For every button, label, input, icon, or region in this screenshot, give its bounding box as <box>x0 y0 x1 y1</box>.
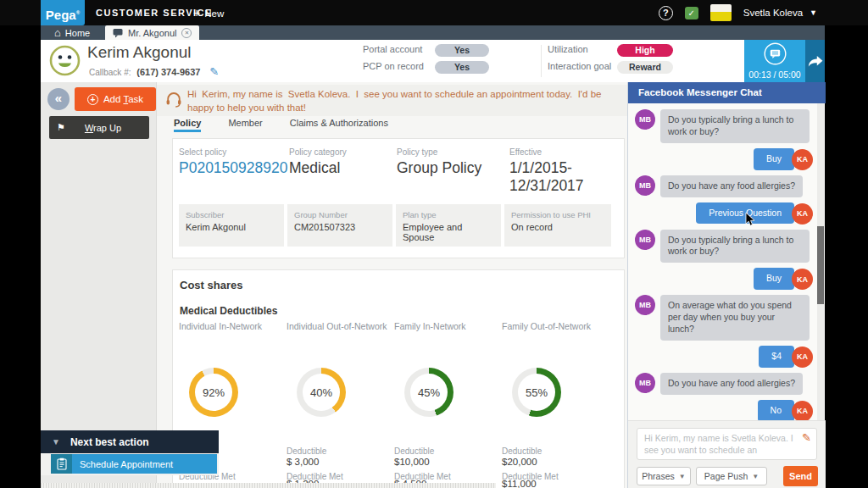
pcp-on-record-value: Yes <box>435 61 489 74</box>
chat-avatar-mb: MB <box>635 295 655 315</box>
next-best-action-header[interactable]: ▼ Next best action <box>41 430 219 453</box>
utilization-label: Utilization <box>548 44 588 54</box>
help-icon[interactable]: ? <box>659 6 673 20</box>
chat-message: MBDo you have any food allergies? <box>635 175 813 197</box>
deductible-value: $ 3,000 <box>287 457 319 467</box>
tab-policy[interactable]: Policy <box>174 118 201 132</box>
chat-message: BuyKA <box>635 148 813 170</box>
home-tab-label: Home <box>65 28 90 38</box>
portal-account-label: Portal account <box>363 44 422 54</box>
chat-bubble: Do you have any food allergies? <box>660 373 803 395</box>
collapse-rail-button[interactable]: « <box>47 88 70 110</box>
close-tab-icon[interactable]: ✕ <box>181 28 192 38</box>
add-task-plus-icon: + <box>87 94 98 105</box>
new-button[interactable]: +New <box>193 6 224 19</box>
chat-message: MBOn average what do you spend per day w… <box>635 295 813 341</box>
page-push-label: Page Push <box>704 471 748 481</box>
cost-share-column-label: Individual Out-of-Network <box>287 321 387 331</box>
chat-bubble: Do you typically bring a lunch to work o… <box>660 230 810 263</box>
select-policy-label: Select policy <box>179 147 287 157</box>
plus-icon: + <box>193 6 200 19</box>
deductible-percent: 45% <box>418 386 440 399</box>
chat-avatar-ka: KA <box>792 269 813 290</box>
tab-home[interactable]: ⌂ Home <box>47 25 97 40</box>
coaching-banner: Hi Kerim, my name is Svetla Koleva. I se… <box>157 85 627 116</box>
send-button[interactable]: Send <box>783 466 818 486</box>
policy-category-value: Medical <box>289 159 347 177</box>
group-number-label: Group Number <box>294 210 386 219</box>
tab-interaction[interactable]: Mr. Akgonul ✕ <box>105 25 199 40</box>
cost-shares-title: Cost shares <box>180 279 242 291</box>
chat-avatar-mb: MB <box>635 175 655 196</box>
schedule-appointment-button[interactable]: Schedule Appointment <box>51 454 217 474</box>
cost-share-columns: Individual In-Network92%Deductible MetIn… <box>179 321 609 488</box>
chat-avatar-ka: KA <box>792 401 813 420</box>
transfer-button[interactable] <box>805 40 825 82</box>
add-task-button[interactable]: + Add Task <box>75 87 156 111</box>
share-arrow-icon <box>808 55 823 68</box>
headset-icon <box>165 92 182 108</box>
add-task-label: Add Task <box>103 94 143 104</box>
group-number-value: CM201507323 <box>294 222 386 232</box>
deductible-donut-chart: 55% <box>512 368 561 417</box>
wrap-up-button[interactable]: ⚑ Wrap Up <box>49 116 149 139</box>
deductible-value: $20,000 <box>502 457 537 467</box>
horizontal-scrollbar[interactable] <box>41 483 496 488</box>
phi-permission-box: Permission to use PHI On record <box>504 204 611 247</box>
page-push-chevron-icon: ▼ <box>752 473 759 480</box>
chat-avatar-ka: KA <box>792 149 813 170</box>
interaction-timer[interactable]: 00:13 / 05:00 <box>744 40 805 82</box>
user-name[interactable]: Svetla Koleva <box>743 8 803 18</box>
chat-bubble[interactable]: Buy <box>754 268 794 290</box>
tab-member[interactable]: Member <box>228 118 262 132</box>
deductible-label: Deductible <box>287 446 326 456</box>
chat-status-icon[interactable]: ✓ <box>685 7 698 19</box>
chat-bubble: Do you have any food allergies? <box>660 175 803 197</box>
tab-claims-authorizations[interactable]: Claims & Authorizations <box>290 118 388 132</box>
chat-message: NoKA <box>635 400 813 420</box>
edit-message-icon[interactable]: ✎ <box>802 431 811 446</box>
avatar-bottom <box>710 12 732 21</box>
registered-mark: ® <box>76 10 80 15</box>
plan-type-box: Plan type Employee and Spouse <box>396 204 501 247</box>
interaction-goal-label: Interaction goal <box>548 61 611 71</box>
wrap-up-label: Wrap Up <box>85 123 121 133</box>
chat-input[interactable]: Hi Kerim, my name is Svetla Koleva. I se… <box>637 428 817 460</box>
schedule-appointment-label: Schedule Appointment <box>80 459 173 469</box>
customer-name: Kerim Akgonul <box>87 43 192 62</box>
topbar-right-group: ? ✓ Svetla Koleva ▼ <box>659 0 817 25</box>
chat-bubble[interactable]: No <box>758 400 794 420</box>
cost-share-column: Family In-Network45%Deductible$10,000Ded… <box>394 321 502 488</box>
user-menu-chevron-icon[interactable]: ▼ <box>810 8 817 17</box>
avatar-top <box>710 4 732 12</box>
phi-permission-value: On record <box>511 222 604 232</box>
plan-type-value: Employee and Spouse <box>403 222 494 242</box>
chevron-down-icon: ▼ <box>52 437 60 446</box>
deductible-percent: 40% <box>310 386 332 399</box>
app-window: Pega® CUSTOMER SERVICE +New ? ✓ Svetla K… <box>0 0 868 488</box>
chat-message: MBDo you have any food allergies? <box>635 373 813 395</box>
content-tabs: Policy Member Claims & Authorizations <box>174 118 388 132</box>
deductible-donut-chart: 45% <box>404 368 453 417</box>
deductible-percent: 55% <box>526 386 548 399</box>
chat-input-text: Hi Kerim, my name is Svetla Koleva. I se… <box>644 433 793 455</box>
tab-strip: ⌂ Home Mr. Akgonul ✕ <box>41 25 825 40</box>
deductible-value: $10,000 <box>394 457 430 467</box>
phrases-dropdown[interactable]: Phrases ▼ <box>637 467 691 485</box>
timer-chat-icon <box>764 42 787 65</box>
page-push-dropdown[interactable]: Page Push ▼ <box>696 467 767 485</box>
chat-bubble[interactable]: Buy <box>754 148 794 170</box>
edit-callback-icon[interactable]: ✎ <box>209 65 219 78</box>
policy-number-link[interactable]: P020150928920 <box>179 159 287 177</box>
pega-logo[interactable]: Pega® <box>41 0 85 25</box>
policy-card: Select policy P020150928920 Policy categ… <box>172 138 625 258</box>
customer-sentiment-icon <box>49 45 81 76</box>
chat-messages: MBDo you typically bring a lunch to work… <box>628 103 818 420</box>
portal-account-value: Yes <box>435 44 489 57</box>
user-avatar[interactable] <box>710 4 732 21</box>
deductible-label: Deductible <box>394 446 434 456</box>
next-best-action-title: Next best action <box>70 436 149 448</box>
chat-scrollbar-thumb[interactable] <box>817 226 824 304</box>
chat-message: MBDo you typically bring a lunch to work… <box>635 109 813 143</box>
chat-bubble[interactable]: $4 <box>759 346 794 368</box>
